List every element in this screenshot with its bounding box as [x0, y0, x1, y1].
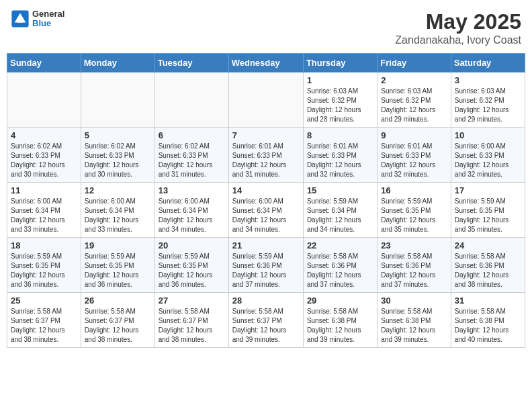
- calendar-day-cell: [7, 73, 81, 128]
- day-number: 8: [307, 130, 373, 140]
- svg-rect-2: [17, 21, 23, 23]
- calendar-day-cell: 8Sunrise: 6:01 AM Sunset: 6:33 PM Daylig…: [303, 128, 377, 183]
- calendar-day-cell: 12Sunrise: 6:00 AM Sunset: 6:34 PM Dayli…: [81, 183, 154, 238]
- calendar-day-cell: 2Sunrise: 6:03 AM Sunset: 6:32 PM Daylig…: [378, 73, 451, 128]
- day-number: 22: [307, 240, 373, 250]
- calendar-day-cell: 23Sunrise: 5:58 AM Sunset: 6:36 PM Dayli…: [378, 238, 451, 293]
- day-info: Sunrise: 5:58 AM Sunset: 6:37 PM Dayligh…: [85, 307, 151, 345]
- day-number: 4: [11, 130, 77, 140]
- calendar-day-cell: 21Sunrise: 5:59 AM Sunset: 6:36 PM Dayli…: [228, 238, 303, 293]
- day-info: Sunrise: 5:59 AM Sunset: 6:35 PM Dayligh…: [455, 197, 521, 234]
- day-number: 31: [455, 295, 521, 306]
- day-info: Sunrise: 5:58 AM Sunset: 6:36 PM Dayligh…: [381, 252, 447, 289]
- weekday-header: Monday: [81, 54, 154, 73]
- calendar-day-cell: 31Sunrise: 5:58 AM Sunset: 6:38 PM Dayli…: [451, 293, 525, 348]
- day-number: 1: [307, 75, 373, 85]
- logo: General Blue: [11, 9, 64, 29]
- day-info: Sunrise: 6:01 AM Sunset: 6:33 PM Dayligh…: [232, 142, 300, 179]
- weekday-header: Tuesday: [154, 54, 228, 73]
- day-number: 2: [381, 75, 447, 85]
- day-number: 25: [11, 295, 77, 306]
- weekday-header: Thursday: [303, 54, 377, 73]
- day-info: Sunrise: 5:59 AM Sunset: 6:35 PM Dayligh…: [381, 197, 447, 234]
- day-info: Sunrise: 6:02 AM Sunset: 6:33 PM Dayligh…: [159, 142, 225, 179]
- day-number: 15: [307, 185, 373, 195]
- calendar-day-cell: [154, 73, 228, 128]
- day-number: 20: [159, 240, 225, 250]
- calendar-day-cell: 9Sunrise: 6:01 AM Sunset: 6:33 PM Daylig…: [378, 128, 451, 183]
- calendar-day-cell: 19Sunrise: 5:59 AM Sunset: 6:35 PM Dayli…: [81, 238, 154, 293]
- calendar-day-cell: 16Sunrise: 5:59 AM Sunset: 6:35 PM Dayli…: [378, 183, 451, 238]
- weekday-header: Saturday: [451, 54, 525, 73]
- day-info: Sunrise: 6:01 AM Sunset: 6:33 PM Dayligh…: [307, 142, 373, 179]
- calendar-day-cell: 25Sunrise: 5:58 AM Sunset: 6:37 PM Dayli…: [7, 293, 81, 348]
- day-number: 24: [455, 240, 521, 250]
- logo-general-text: General: [32, 9, 64, 19]
- day-number: 14: [232, 185, 300, 195]
- day-number: 10: [455, 130, 521, 140]
- day-info: Sunrise: 6:02 AM Sunset: 6:33 PM Dayligh…: [85, 142, 151, 179]
- calendar-day-cell: 14Sunrise: 6:00 AM Sunset: 6:34 PM Dayli…: [228, 183, 303, 238]
- weekday-header: Friday: [378, 54, 451, 73]
- day-info: Sunrise: 6:00 AM Sunset: 6:34 PM Dayligh…: [232, 197, 300, 234]
- day-number: 7: [232, 130, 300, 140]
- calendar-day-cell: 22Sunrise: 5:58 AM Sunset: 6:36 PM Dayli…: [303, 238, 377, 293]
- day-number: 23: [381, 240, 447, 250]
- day-number: 26: [85, 295, 151, 306]
- day-number: 21: [232, 240, 300, 250]
- day-number: 12: [85, 185, 151, 195]
- calendar-day-cell: 18Sunrise: 5:59 AM Sunset: 6:35 PM Dayli…: [7, 238, 81, 293]
- day-number: 19: [85, 240, 151, 250]
- day-number: 18: [11, 240, 77, 250]
- logo-icon: [11, 9, 30, 28]
- calendar-day-cell: 27Sunrise: 5:58 AM Sunset: 6:37 PM Dayli…: [154, 293, 228, 348]
- day-number: 11: [11, 185, 77, 195]
- day-info: Sunrise: 5:58 AM Sunset: 6:37 PM Dayligh…: [11, 307, 77, 345]
- calendar-table: SundayMondayTuesdayWednesdayThursdayFrid…: [7, 53, 525, 348]
- title-area: May 2025 Zandanakaha, Ivory Coast: [395, 9, 521, 46]
- day-info: Sunrise: 6:00 AM Sunset: 6:34 PM Dayligh…: [159, 197, 225, 234]
- calendar-day-cell: 13Sunrise: 6:00 AM Sunset: 6:34 PM Dayli…: [154, 183, 228, 238]
- calendar-day-cell: 26Sunrise: 5:58 AM Sunset: 6:37 PM Dayli…: [81, 293, 154, 348]
- day-info: Sunrise: 6:01 AM Sunset: 6:33 PM Dayligh…: [381, 142, 447, 179]
- calendar-day-cell: 28Sunrise: 5:58 AM Sunset: 6:37 PM Dayli…: [228, 293, 303, 348]
- day-info: Sunrise: 6:00 AM Sunset: 6:33 PM Dayligh…: [455, 142, 521, 179]
- day-info: Sunrise: 5:58 AM Sunset: 6:36 PM Dayligh…: [307, 252, 373, 289]
- day-info: Sunrise: 5:58 AM Sunset: 6:37 PM Dayligh…: [232, 307, 300, 345]
- day-number: 6: [159, 130, 225, 140]
- calendar-week-row: 25Sunrise: 5:58 AM Sunset: 6:37 PM Dayli…: [7, 293, 525, 348]
- calendar-day-cell: 10Sunrise: 6:00 AM Sunset: 6:33 PM Dayli…: [451, 128, 525, 183]
- day-number: 3: [455, 75, 521, 85]
- calendar-day-cell: 24Sunrise: 5:58 AM Sunset: 6:36 PM Dayli…: [451, 238, 525, 293]
- day-info: Sunrise: 5:59 AM Sunset: 6:35 PM Dayligh…: [159, 252, 225, 289]
- day-number: 27: [159, 295, 225, 306]
- calendar-day-cell: [228, 73, 303, 128]
- day-number: 30: [381, 295, 447, 306]
- calendar-day-cell: 20Sunrise: 5:59 AM Sunset: 6:35 PM Dayli…: [154, 238, 228, 293]
- day-info: Sunrise: 6:03 AM Sunset: 6:32 PM Dayligh…: [381, 87, 447, 124]
- day-number: 29: [307, 295, 373, 306]
- weekday-header-row: SundayMondayTuesdayWednesdayThursdayFrid…: [7, 54, 525, 73]
- weekday-header: Wednesday: [228, 54, 303, 73]
- calendar-day-cell: 5Sunrise: 6:02 AM Sunset: 6:33 PM Daylig…: [81, 128, 154, 183]
- day-number: 5: [85, 130, 151, 140]
- day-number: 16: [381, 185, 447, 195]
- day-info: Sunrise: 6:00 AM Sunset: 6:34 PM Dayligh…: [85, 197, 151, 234]
- page-header: General Blue May 2025 Zandanakaha, Ivory…: [7, 7, 525, 49]
- weekday-header: Sunday: [7, 54, 81, 73]
- day-info: Sunrise: 5:58 AM Sunset: 6:37 PM Dayligh…: [159, 307, 225, 345]
- calendar-subtitle: Zandanakaha, Ivory Coast: [395, 34, 521, 46]
- day-number: 17: [455, 185, 521, 195]
- day-number: 28: [232, 295, 300, 306]
- calendar-day-cell: 30Sunrise: 5:58 AM Sunset: 6:38 PM Dayli…: [378, 293, 451, 348]
- day-info: Sunrise: 5:58 AM Sunset: 6:38 PM Dayligh…: [307, 307, 373, 345]
- calendar-day-cell: 1Sunrise: 6:03 AM Sunset: 6:32 PM Daylig…: [303, 73, 377, 128]
- calendar-day-cell: 29Sunrise: 5:58 AM Sunset: 6:38 PM Dayli…: [303, 293, 377, 348]
- calendar-day-cell: 7Sunrise: 6:01 AM Sunset: 6:33 PM Daylig…: [228, 128, 303, 183]
- calendar-day-cell: 6Sunrise: 6:02 AM Sunset: 6:33 PM Daylig…: [154, 128, 228, 183]
- calendar-week-row: 11Sunrise: 6:00 AM Sunset: 6:34 PM Dayli…: [7, 183, 525, 238]
- day-info: Sunrise: 6:02 AM Sunset: 6:33 PM Dayligh…: [11, 142, 77, 179]
- calendar-day-cell: 4Sunrise: 6:02 AM Sunset: 6:33 PM Daylig…: [7, 128, 81, 183]
- calendar-week-row: 18Sunrise: 5:59 AM Sunset: 6:35 PM Dayli…: [7, 238, 525, 293]
- day-info: Sunrise: 6:03 AM Sunset: 6:32 PM Dayligh…: [455, 87, 521, 124]
